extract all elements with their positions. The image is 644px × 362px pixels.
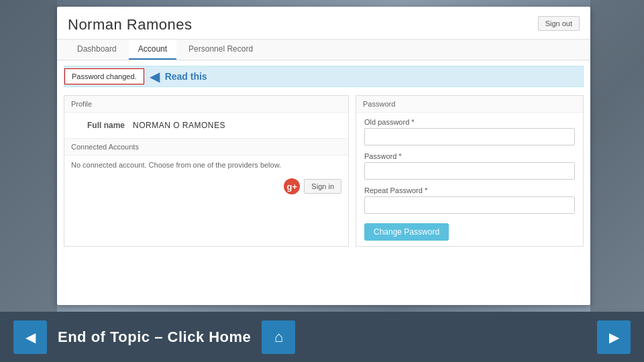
password-input[interactable]: [364, 162, 575, 180]
change-password-button[interactable]: Change Password: [364, 223, 449, 241]
repeat-password-group: Repeat Password *: [364, 186, 575, 214]
page-title: Norman Ramones: [68, 16, 580, 34]
tab-personnel-record[interactable]: Personnel Record: [179, 40, 262, 60]
bg-left-panel: [0, 0, 57, 362]
connected-accounts-section: Connected Accounts No connected account.…: [64, 138, 348, 201]
google-plus-icon: g+: [284, 178, 300, 194]
repeat-password-input[interactable]: [364, 196, 575, 214]
password-label: Password *: [364, 152, 575, 160]
alert-bar: Password changed. ◀ Read this: [64, 66, 584, 87]
password-changed-label: Password changed.: [64, 68, 144, 84]
profile-row: Full name NORMAN O RAMONES: [64, 113, 348, 138]
connected-accounts-header: Connected Accounts: [64, 139, 348, 156]
sign-out-button[interactable]: Sign out: [538, 16, 580, 31]
password-form: Old password * Password * Repeat Passwor…: [356, 113, 583, 246]
google-signin-button[interactable]: Sign in: [304, 179, 341, 194]
google-signin-row: g+ Sign in: [64, 174, 348, 201]
old-password-input[interactable]: [364, 128, 575, 145]
nav-right-button[interactable]: ▶: [597, 320, 631, 354]
card-content: Profile Full name NORMAN O RAMONES Conne…: [57, 93, 590, 249]
password-section-header: Password: [356, 96, 583, 113]
full-name-value: NORMAN O RAMONES: [133, 121, 225, 130]
bg-right-panel: [590, 0, 644, 362]
right-panel: Password Old password * Password * Repea…: [356, 95, 584, 247]
home-button[interactable]: ⌂: [262, 320, 295, 354]
main-card: Norman Ramones Sign out Dashboard Accoun…: [57, 7, 590, 305]
no-connected-text: No connected account. Choose from one of…: [64, 156, 348, 174]
repeat-password-label: Repeat Password *: [364, 186, 575, 194]
nav-right-icon: ▶: [609, 329, 619, 345]
full-name-label: Full name: [71, 121, 125, 130]
old-password-label: Old password *: [364, 118, 575, 126]
tab-account[interactable]: Account: [129, 40, 176, 60]
home-icon: ⌂: [274, 328, 283, 346]
nav-left-button[interactable]: ◀: [13, 320, 47, 354]
read-this-label[interactable]: Read this: [165, 71, 207, 82]
tab-dashboard[interactable]: Dashboard: [68, 40, 126, 60]
nav-tabs: Dashboard Account Personnel Record: [57, 40, 590, 60]
password-group: Password *: [364, 152, 575, 180]
old-password-group: Old password *: [364, 118, 575, 145]
bottom-text: End of Topic – Click Home: [58, 328, 251, 346]
nav-left-icon: ◀: [25, 329, 36, 345]
arrow-icon: ◀: [150, 68, 160, 84]
left-panel: Profile Full name NORMAN O RAMONES Conne…: [64, 95, 349, 247]
card-header: Norman Ramones Sign out: [57, 7, 590, 40]
profile-section-header: Profile: [64, 96, 348, 113]
bottom-bar: ◀ End of Topic – Click Home ⌂ ▶: [0, 312, 644, 362]
